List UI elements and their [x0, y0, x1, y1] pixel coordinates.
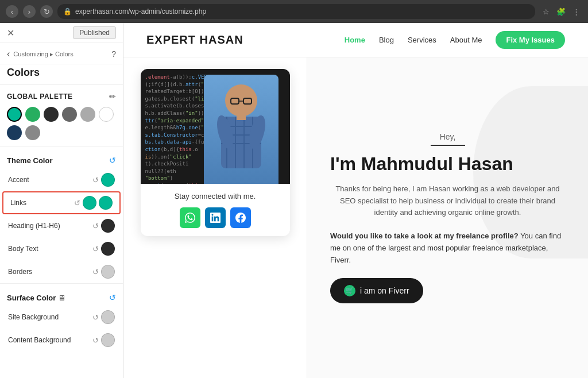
- back-button[interactable]: ‹: [6, 5, 18, 18]
- profile-card-bottom: Stay connected with me.: [141, 184, 290, 236]
- hero-divider: [431, 145, 465, 146]
- fix-issues-button[interactable]: Fix My Issues: [496, 31, 565, 49]
- forward-button[interactable]: ›: [23, 5, 36, 18]
- hero-name: I'm Mahmudul Hasan: [330, 153, 565, 175]
- nav-about[interactable]: About Me: [450, 36, 482, 44]
- svg-point-0: [225, 84, 257, 117]
- preview-area: Expert Hasan Home Blog Services About Me…: [123, 23, 588, 378]
- greeting-text: Hey,: [330, 132, 565, 141]
- global-palette-title: Global Palette: [7, 92, 73, 101]
- fiverr-button[interactable]: 🛒 i am on Fiverr: [330, 278, 423, 303]
- body-text-controls: ↺: [92, 242, 115, 256]
- surface-title-row: Surface Color 🖥: [7, 294, 65, 302]
- theme-color-section: Theme Color ↺ Accent ↺ Links ↺: [0, 146, 123, 283]
- palette-swatch-7[interactable]: [7, 125, 22, 140]
- links-reset[interactable]: ↺: [74, 199, 80, 207]
- site-background-reset[interactable]: ↺: [92, 313, 99, 322]
- profile-card-bg: .element-a(b));c.VERSION="3.3." );if(d[]…: [141, 69, 290, 184]
- heading-controls: ↺: [92, 219, 115, 233]
- site-right-panel: Hey, I'm Mahmudul Hasan Thanks for being…: [307, 57, 588, 378]
- website-preview: Expert Hasan Home Blog Services About Me…: [123, 23, 588, 378]
- palette-swatch-2[interactable]: [25, 107, 40, 122]
- social-icons: [150, 207, 281, 228]
- hero-description: Thanks for being here, I am Hasan workin…: [330, 183, 565, 219]
- browser-toolbar: ☆ 🧩 ⋮: [540, 5, 582, 18]
- surface-color-header: Surface Color 🖥 ↺: [0, 290, 123, 306]
- heading-color-row: Heading (H1-H6) ↺: [0, 214, 123, 237]
- borders-color-swatch[interactable]: [101, 265, 115, 279]
- published-button[interactable]: Published: [73, 26, 116, 39]
- linkedin-button[interactable]: [205, 207, 226, 228]
- fiverr-icon: 🛒: [344, 285, 355, 296]
- palette-swatch-8[interactable]: [25, 125, 40, 140]
- profile-image: [204, 75, 278, 184]
- surface-color-title: Surface Color: [7, 294, 56, 302]
- accent-reset[interactable]: ↺: [92, 176, 99, 184]
- theme-color-header: Theme Color ↺: [0, 152, 123, 168]
- edit-palette-button[interactable]: ✏: [109, 92, 116, 101]
- content-background-row: Content Background ↺: [0, 329, 123, 352]
- site-background-row: Site Background ↺: [0, 306, 123, 329]
- freelance-bold: Would you like to take a look at my free…: [330, 232, 519, 240]
- borders-reset[interactable]: ↺: [92, 268, 99, 276]
- connected-text: Stay connected with me.: [150, 192, 281, 200]
- palette-swatches: [0, 105, 123, 146]
- accent-color-swatch[interactable]: [101, 173, 115, 187]
- refresh-button[interactable]: ↻: [40, 5, 53, 18]
- palette-swatch-6[interactable]: [99, 107, 114, 122]
- heading-label: Heading (H1-H6): [8, 222, 92, 230]
- menu-icon[interactable]: ⋮: [570, 5, 582, 18]
- site-left-panel: .element-a(b));c.VERSION="3.3." );if(d[]…: [123, 57, 307, 378]
- links-color-swatch-1[interactable]: [83, 196, 96, 210]
- palette-swatch-5[interactable]: [80, 107, 95, 122]
- borders-label: Borders: [8, 268, 92, 276]
- extension-icon[interactable]: 🧩: [555, 5, 567, 18]
- palette-swatch-3[interactable]: [44, 107, 59, 122]
- nav-blog[interactable]: Blog: [379, 36, 394, 44]
- site-background-label: Site Background: [8, 313, 92, 321]
- links-color-row: Links ↺: [2, 191, 121, 214]
- whatsapp-button[interactable]: [180, 207, 200, 228]
- palette-swatch-4[interactable]: [62, 107, 77, 122]
- site-background-swatch[interactable]: [101, 310, 115, 324]
- nav-links: Home Blog Services About Me Fix My Issue…: [345, 31, 565, 49]
- lock-icon: 🔒: [63, 7, 72, 16]
- bookmark-icon[interactable]: ☆: [540, 5, 552, 18]
- theme-color-refresh[interactable]: ↺: [109, 156, 116, 165]
- url-bar[interactable]: 🔒 experthasan.com/wp-admin/customize.php: [57, 4, 535, 19]
- main-layout: ✕ Published ‹ Customizing ▸ Colors ? Col…: [0, 23, 588, 378]
- url-text: experthasan.com/wp-admin/customize.php: [75, 7, 206, 16]
- links-controls: ↺: [74, 196, 113, 210]
- heading-color-swatch[interactable]: [101, 219, 115, 233]
- sidebar-back-button[interactable]: ‹: [7, 49, 10, 59]
- surface-color-refresh[interactable]: ↺: [109, 293, 116, 302]
- sidebar-header: ‹ Customizing ▸ Colors ?: [0, 43, 123, 64]
- body-text-reset[interactable]: ↺: [92, 245, 99, 253]
- content-background-swatch[interactable]: [101, 333, 115, 347]
- body-text-color-swatch[interactable]: [101, 242, 115, 256]
- breadcrumb: Customizing ▸ Colors: [13, 51, 73, 58]
- links-color-swatch-2[interactable]: [99, 196, 113, 210]
- accent-color-row: Accent ↺: [0, 168, 123, 191]
- borders-controls: ↺: [92, 265, 115, 279]
- facebook-button[interactable]: [230, 207, 251, 228]
- content-background-reset[interactable]: ↺: [92, 336, 99, 345]
- freelance-text: Would you like to take a look at my free…: [330, 230, 565, 266]
- help-icon[interactable]: ?: [111, 49, 116, 59]
- palette-swatch-1[interactable]: [7, 107, 22, 122]
- close-button[interactable]: ✕: [7, 28, 14, 38]
- profile-card: .element-a(b));c.VERSION="3.3." );if(d[]…: [141, 69, 290, 236]
- site-logo: Expert Hasan: [146, 33, 243, 47]
- body-text-label: Body Text: [8, 245, 92, 253]
- site-nav: Expert Hasan Home Blog Services About Me…: [123, 23, 588, 57]
- customizer-sidebar: ✕ Published ‹ Customizing ▸ Colors ? Col…: [0, 23, 123, 378]
- body-text-color-row: Body Text ↺: [0, 237, 123, 260]
- theme-color-title: Theme Color: [7, 156, 52, 165]
- accent-label: Accent: [8, 176, 92, 184]
- nav-services[interactable]: Services: [408, 36, 436, 44]
- monitor-icon: 🖥: [58, 294, 65, 302]
- nav-home[interactable]: Home: [345, 36, 365, 44]
- heading-reset[interactable]: ↺: [92, 222, 99, 230]
- svg-rect-14: [237, 113, 246, 120]
- content-background-controls: ↺: [92, 333, 115, 347]
